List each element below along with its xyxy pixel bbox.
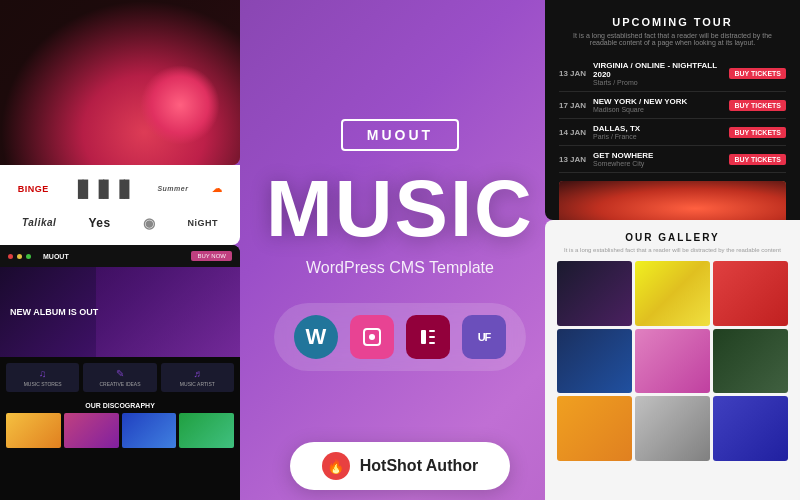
gallery-cell-5 bbox=[635, 329, 710, 394]
svg-point-1 bbox=[369, 334, 375, 340]
artist-label: MUSIC ARTIST bbox=[164, 381, 231, 387]
disc-item-3 bbox=[122, 413, 177, 448]
gallery-cell-1 bbox=[557, 261, 632, 326]
tour-row: 13 JAN VIRGINIA / ONLINE - NIGHTFALL 202… bbox=[559, 56, 786, 92]
logo-soundwave: ▐▌▐▌▐▌ bbox=[68, 178, 138, 200]
tour-info: GET NOWHERE Somewhere City bbox=[593, 151, 723, 167]
gallery-cell-4 bbox=[557, 329, 632, 394]
svg-rect-4 bbox=[429, 336, 435, 338]
tour-venue: DALLAS, TX bbox=[593, 124, 723, 133]
preview-hero-bg bbox=[96, 267, 240, 357]
preview-header: MUOUT BUY NOW bbox=[0, 245, 240, 267]
logo-binge: BINGE bbox=[14, 182, 53, 196]
creative-icon: ✎ bbox=[86, 368, 153, 379]
tour-venue: NEW YORK / NEW YORK bbox=[593, 97, 723, 106]
gallery-grid bbox=[557, 261, 788, 461]
dot-yellow bbox=[17, 254, 22, 259]
preview-icons-row: ♫ MUSIC STORES ✎ CREATIVE IDEAS ♬ MUSIC … bbox=[0, 357, 240, 398]
preview-buy-button[interactable]: BUY NOW bbox=[191, 251, 232, 261]
tour-row: 14 JAN DALLAS, TX Paris / France BUY TIC… bbox=[559, 119, 786, 146]
tour-location: Madison Square bbox=[593, 106, 723, 113]
gallery-section: OUR GALLERY It is a long established fac… bbox=[545, 220, 800, 500]
gallery-cell-7 bbox=[557, 396, 632, 461]
uf-icon: UF bbox=[462, 315, 506, 359]
artist-icon: ♬ bbox=[164, 368, 231, 379]
gallery-cell-2 bbox=[635, 261, 710, 326]
tour-location: Somewhere City bbox=[593, 160, 723, 167]
top-left-hero-image bbox=[0, 0, 240, 165]
author-badge[interactable]: 🔥 HotShot Author bbox=[290, 442, 510, 490]
tour-date: 13 JAN bbox=[559, 69, 587, 78]
muout-badge: MUOUT bbox=[341, 119, 459, 151]
author-icon: 🔥 bbox=[322, 452, 350, 480]
tour-info: NEW YORK / NEW YORK Madison Square bbox=[593, 97, 723, 113]
tour-location: Paris / France bbox=[593, 133, 723, 140]
website-preview: MUOUT BUY NOW NEW ALBUM IS OUT ♫ MUSIC S… bbox=[0, 245, 240, 500]
preview-hero-text: NEW ALBUM IS OUT bbox=[10, 307, 98, 318]
logo-summer: Summer bbox=[153, 183, 192, 194]
center-content: MUOUT MUSIC WordPress CMS Template W UF bbox=[240, 50, 560, 440]
disc-item-4 bbox=[179, 413, 234, 448]
elementor-icon bbox=[406, 315, 450, 359]
gallery-cell-9 bbox=[713, 396, 788, 461]
tour-venue: VIRGINIA / ONLINE - NIGHTFALL 2020 bbox=[593, 61, 723, 79]
preview-icon-music: ♫ MUSIC STORES bbox=[6, 363, 79, 392]
logo-talikal: Talikal bbox=[18, 215, 60, 230]
buy-tickets-button-2[interactable]: BUY TICKETS bbox=[729, 100, 786, 111]
creative-label: CREATIVE IDEAS bbox=[86, 381, 153, 387]
logos-strip: BINGE ▐▌▐▌▐▌ Summer ☁ Talikal Yes ◉ NiGH… bbox=[0, 165, 240, 245]
tour-venue: GET NOWHERE bbox=[593, 151, 723, 160]
tour-date: 17 JAN bbox=[559, 101, 587, 110]
wordpress-icon: W bbox=[294, 315, 338, 359]
tour-info: DALLAS, TX Paris / France bbox=[593, 124, 723, 140]
smoke-puff bbox=[140, 65, 220, 145]
svg-rect-2 bbox=[421, 330, 426, 344]
tour-info: VIRGINIA / ONLINE - NIGHTFALL 2020 Start… bbox=[593, 61, 723, 86]
dot-green bbox=[26, 254, 31, 259]
disc-item-1 bbox=[6, 413, 61, 448]
tour-row: 13 JAN GET NOWHERE Somewhere City BUY TI… bbox=[559, 146, 786, 173]
preview-logo: MUOUT bbox=[43, 253, 69, 260]
dot-red bbox=[8, 254, 13, 259]
gallery-cell-6 bbox=[713, 329, 788, 394]
buy-tickets-button-1[interactable]: BUY TICKETS bbox=[729, 68, 786, 79]
author-name: HotShot Author bbox=[360, 457, 478, 475]
main-title: MUSIC bbox=[266, 169, 534, 249]
svg-rect-3 bbox=[429, 330, 435, 332]
music-store-icon: ♫ bbox=[9, 368, 76, 379]
tour-row: 17 JAN NEW YORK / NEW YORK Madison Squar… bbox=[559, 92, 786, 119]
tech-icons-row: W UF bbox=[274, 303, 526, 371]
discography-row bbox=[6, 413, 234, 448]
preview-discography: OUR DISCOGRAPHY bbox=[0, 398, 240, 452]
buy-tickets-button-3[interactable]: BUY TICKETS bbox=[729, 127, 786, 138]
disc-item-2 bbox=[64, 413, 119, 448]
preview-icon-artist: ♬ MUSIC ARTIST bbox=[161, 363, 234, 392]
music-store-label: MUSIC STORES bbox=[9, 381, 76, 387]
tour-date: 14 JAN bbox=[559, 128, 587, 137]
quform-icon bbox=[350, 315, 394, 359]
tour-subtitle: It is a long established fact that a rea… bbox=[559, 32, 786, 46]
logo-circle: ◉ bbox=[139, 213, 160, 233]
svg-rect-5 bbox=[429, 342, 435, 344]
tour-title: UPCOMING TOUR bbox=[559, 16, 786, 28]
gallery-subtitle: It is a long established fact that a rea… bbox=[557, 247, 788, 253]
tour-date: 13 JAN bbox=[559, 155, 587, 164]
buy-tickets-button-4[interactable]: BUY TICKETS bbox=[729, 154, 786, 165]
preview-icon-creative: ✎ CREATIVE IDEAS bbox=[83, 363, 156, 392]
subtitle: WordPress CMS Template bbox=[306, 259, 494, 277]
tour-location: Starts / Promo bbox=[593, 79, 723, 86]
gallery-cell-8 bbox=[635, 396, 710, 461]
gallery-title: OUR GALLERY bbox=[557, 232, 788, 243]
logo-graffiti: NiGHT bbox=[183, 216, 222, 230]
logo-soundcloud: ☁ bbox=[208, 181, 227, 196]
preview-hero: NEW ALBUM IS OUT bbox=[0, 267, 240, 357]
upcoming-tour-section: UPCOMING TOUR It is a long established f… bbox=[545, 0, 800, 220]
gallery-cell-3 bbox=[713, 261, 788, 326]
discography-title: OUR DISCOGRAPHY bbox=[6, 402, 234, 409]
logo-yes: Yes bbox=[84, 214, 114, 232]
